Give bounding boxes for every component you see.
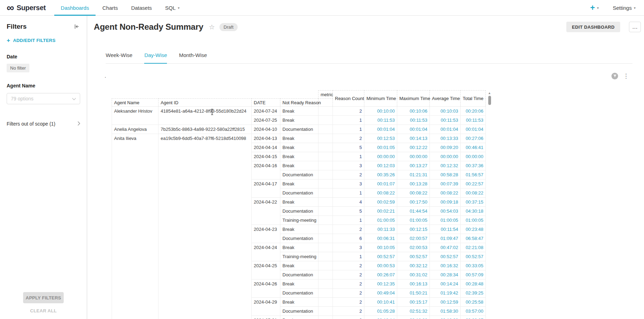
cell-time-value[interactable]: 06:58:47 <box>461 234 486 243</box>
cell-reason-count[interactable]: 5 <box>333 207 364 216</box>
collapse-filters-icon[interactable] <box>73 23 80 30</box>
cell-time-value[interactable]: 01:00:05 <box>461 216 486 225</box>
cell-time-value[interactable]: 00:14:24 <box>430 279 461 289</box>
cell-time-value[interactable]: 01:50:21 <box>397 289 430 298</box>
cell-time-value[interactable]: 00:15:17 <box>397 298 430 307</box>
cell-time-value[interactable]: 01:56:57 <box>461 170 486 179</box>
cell-time-value[interactable]: 00:01:04 <box>364 125 397 134</box>
cell-time-value[interactable]: 00:00:00 <box>364 152 397 161</box>
cell-time-value[interactable]: 01:19:42 <box>430 289 461 298</box>
cell-time-value[interactable]: 00:11:53 <box>364 116 397 125</box>
cell-time-value[interactable]: 00:00:00 <box>461 152 486 161</box>
cell-time-value[interactable]: 00:10:00 <box>364 107 397 116</box>
cell-time-value[interactable]: 02:21:08 <box>461 243 486 252</box>
cell-reason-count[interactable]: 3 <box>333 243 364 252</box>
cell-time-value[interactable]: 00:26:07 <box>364 270 397 279</box>
cell-time-value[interactable]: 00:09:20 <box>430 143 461 152</box>
cell-time-value[interactable]: 00:13:09 <box>430 316 461 319</box>
cell-time-value[interactable]: 00:57:09 <box>461 270 486 279</box>
tab-month-wise[interactable]: Month-Wise <box>179 52 207 63</box>
cell-time-value[interactable]: 00:49:04 <box>364 289 397 298</box>
clear-all-button[interactable]: CLEAR ALL <box>0 308 87 313</box>
cell-time-value[interactable]: 02:39:25 <box>461 289 486 298</box>
cell-time-value[interactable]: 00:02:21 <box>364 207 397 216</box>
cell-time-value[interactable]: 00:52:57 <box>364 252 397 261</box>
cell-time-value[interactable]: 01:00:05 <box>397 216 430 225</box>
cell-reason-count[interactable]: 3 <box>333 161 364 170</box>
cell-time-value[interactable]: 00:11:33 <box>364 225 397 234</box>
cell-time-value[interactable]: 00:10:03 <box>430 107 461 116</box>
cell-time-value[interactable]: 00:52:57 <box>397 252 430 261</box>
cell-time-value[interactable]: 00:58:28 <box>430 170 461 179</box>
cell-time-value[interactable]: 00:17:50 <box>397 198 430 207</box>
cell-time-value[interactable]: 00:28:34 <box>430 270 461 279</box>
cell-time-value[interactable]: 00:52:57 <box>430 252 461 261</box>
cell-reason-count[interactable]: 2 <box>333 170 364 179</box>
cell-time-value[interactable]: 00:01:04 <box>430 125 461 134</box>
cell-time-value[interactable]: 00:16:32 <box>430 261 461 270</box>
scrollbar-thumb[interactable] <box>488 96 491 105</box>
favorite-star-icon[interactable]: ☆ <box>209 23 215 31</box>
agent-name-select[interactable]: 79 options <box>7 93 80 104</box>
cell-time-value[interactable]: 00:08:22 <box>430 189 461 198</box>
cell-time-value[interactable]: 00:35:26 <box>364 170 397 179</box>
cell-time-value[interactable]: 00:12:53 <box>364 134 397 143</box>
cell-time-value[interactable]: 00:01:05 <box>364 143 397 152</box>
cell-reason-count[interactable]: 3 <box>333 316 364 319</box>
cell-time-value[interactable]: 00:13:33 <box>430 134 461 143</box>
cell-time-value[interactable]: 00:46:41 <box>461 143 486 152</box>
chart-options-icon[interactable]: ⋮ <box>623 73 629 79</box>
cell-reason-count[interactable]: 6 <box>333 234 364 243</box>
cell-time-value[interactable]: 00:11:53 <box>397 116 430 125</box>
cell-time-value[interactable]: 01:44:54 <box>397 207 430 216</box>
cell-time-value[interactable]: 00:01:07 <box>364 179 397 189</box>
cell-time-value[interactable]: 00:54:03 <box>430 207 461 216</box>
cell-time-value[interactable]: 00:25:58 <box>461 298 486 307</box>
cell-time-value[interactable]: 00:37:15 <box>461 198 486 207</box>
cell-reason-count[interactable]: 2 <box>333 307 364 316</box>
cell-time-value[interactable]: 02:51:32 <box>397 307 430 316</box>
cell-time-value[interactable]: 02:00:53 <box>397 243 430 252</box>
nav-item-sql[interactable]: SQL▾ <box>159 0 186 15</box>
cell-reason-count[interactable]: 1 <box>333 125 364 134</box>
cell-time-value[interactable]: 00:00:53 <box>364 261 397 270</box>
cell-time-value[interactable]: 00:47:02 <box>430 243 461 252</box>
cell-time-value[interactable]: 00:20:06 <box>461 107 486 116</box>
cell-time-value[interactable]: 00:12:59 <box>430 298 461 307</box>
cell-time-value[interactable]: 00:27:06 <box>461 134 486 143</box>
cell-time-value[interactable]: 00:06:31 <box>364 234 397 243</box>
add-edit-filters-button[interactable]: + ADD/EDIT FILTERS <box>7 37 80 43</box>
apply-filters-button[interactable]: APPLY FILTERS <box>23 292 64 303</box>
cell-time-value[interactable]: 00:31:02 <box>397 270 430 279</box>
cell-reason-count[interactable]: 1 <box>333 152 364 161</box>
cell-reason-count[interactable]: 2 <box>333 289 364 298</box>
date-filter-value[interactable]: No filter <box>7 64 29 72</box>
cell-time-value[interactable]: 00:12:22 <box>397 143 430 152</box>
cell-reason-count[interactable]: 2 <box>333 261 364 270</box>
cell-time-value[interactable]: 00:01:04 <box>461 125 486 134</box>
cell-time-value[interactable]: 01:58:30 <box>430 307 461 316</box>
edit-dashboard-button[interactable]: EDIT DASHBOARD <box>566 22 620 32</box>
cell-time-value[interactable]: 01:09:47 <box>430 234 461 243</box>
cell-time-value[interactable]: 00:10:05 <box>364 243 397 252</box>
nav-item-datasets[interactable]: Datasets <box>125 0 159 15</box>
cell-time-value[interactable]: 03:57:00 <box>461 307 486 316</box>
cell-time-value[interactable]: 00:08:22 <box>364 189 397 198</box>
cell-time-value[interactable]: 00:10:41 <box>364 298 397 307</box>
cell-time-value[interactable]: 00:11:53 <box>461 116 486 125</box>
cell-time-value[interactable]: 00:28:48 <box>461 279 486 289</box>
cell-time-value[interactable]: 00:08:22 <box>397 189 430 198</box>
cell-time-value[interactable]: 00:39:27 <box>461 316 486 319</box>
cell-time-value[interactable]: 04:30:18 <box>461 207 486 216</box>
cell-time-value[interactable]: 00:33:05 <box>461 261 486 270</box>
cell-time-value[interactable]: 00:11:53 <box>430 116 461 125</box>
cell-reason-count[interactable]: 2 <box>333 270 364 279</box>
cell-time-value[interactable]: 00:22:57 <box>461 179 486 189</box>
cell-time-value[interactable]: 00:02:59 <box>364 198 397 207</box>
superset-logo[interactable]: ∞ Superset <box>0 0 49 15</box>
cell-time-value[interactable]: 00:23:48 <box>461 225 486 234</box>
cell-time-value[interactable]: 00:10:06 <box>397 107 430 116</box>
nav-item-charts[interactable]: Charts <box>96 0 124 15</box>
cell-time-value[interactable]: 00:52:57 <box>461 252 486 261</box>
cell-reason-count[interactable]: 1 <box>333 116 364 125</box>
